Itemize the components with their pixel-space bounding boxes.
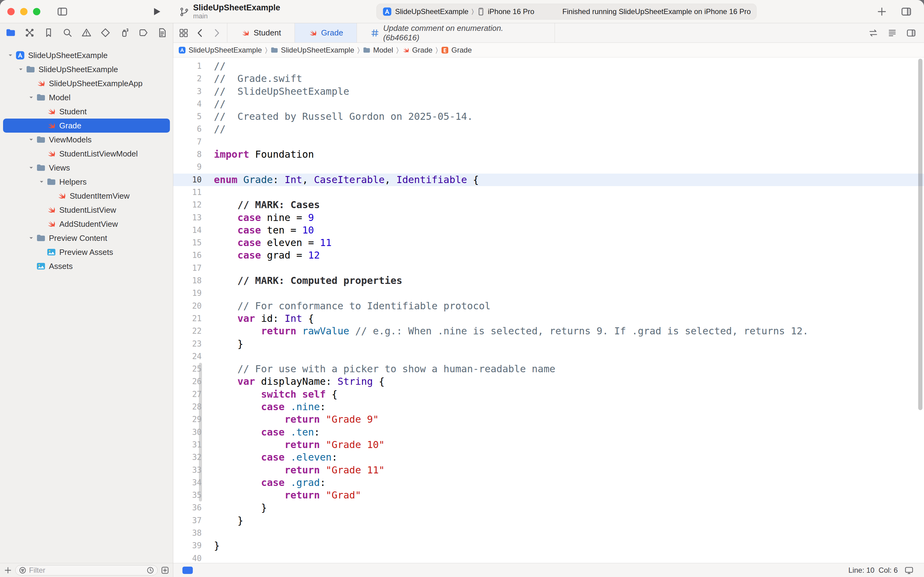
disclosure-toggle[interactable]: [26, 235, 36, 242]
line-number[interactable]: 26: [173, 375, 202, 388]
line-number[interactable]: 40: [173, 552, 202, 563]
sidebar-item-assets[interactable]: Assets: [3, 259, 170, 273]
sidebar-item-student[interactable]: Student: [3, 105, 170, 119]
minimap-icon[interactable]: [887, 28, 897, 38]
line-number[interactable]: 29: [173, 413, 202, 426]
sidebar-item-slideupsheetexample[interactable]: SlideUpSheetExample: [3, 48, 170, 62]
scrollbar-thumb[interactable]: [918, 59, 922, 410]
sidebar-item-slideupsheetexample[interactable]: SlideUpSheetExample: [3, 62, 170, 76]
filter-field[interactable]: [15, 565, 158, 575]
window-title-group[interactable]: SlideUpSheetExample main: [193, 3, 280, 20]
run-button[interactable]: [151, 6, 162, 17]
sidebar-item-slideupsheetexampleapp[interactable]: SlideUpSheetExampleApp: [3, 76, 170, 90]
line-number[interactable]: 2: [173, 73, 202, 85]
breadcrumb-item-slideupsheetexample-0[interactable]: SlideUpSheetExample: [178, 46, 262, 55]
line-number[interactable]: 33: [173, 464, 202, 477]
forward-button[interactable]: [212, 28, 222, 38]
line-number[interactable]: 5: [173, 110, 202, 123]
sidebar-item-studentlistviewmodel[interactable]: StudentListViewModel: [3, 147, 170, 161]
line-number[interactable]: 6: [173, 123, 202, 135]
line-number[interactable]: 14: [173, 224, 202, 237]
add-file-button[interactable]: [161, 566, 169, 575]
line-number[interactable]: 18: [173, 274, 202, 287]
tab-update-comment-on-enumeration-6b46616[interactable]: Update comment on enumeration. (6b46616): [357, 23, 555, 42]
scheme-name[interactable]: SlideUpSheetExample: [395, 7, 468, 16]
debug-navigator-icon[interactable]: [119, 27, 130, 38]
line-number[interactable]: 7: [173, 136, 202, 148]
sidebar-item-studentlistview[interactable]: StudentListView: [3, 203, 170, 217]
project-navigator-icon[interactable]: [5, 27, 16, 38]
disclosure-toggle[interactable]: [26, 136, 36, 143]
disclosure-toggle[interactable]: [26, 94, 36, 101]
disclosure-toggle[interactable]: [37, 179, 47, 185]
line-number[interactable]: 21: [173, 312, 202, 325]
tab-overview-icon[interactable]: [179, 28, 188, 38]
line-number[interactable]: 9: [173, 161, 202, 173]
add-button[interactable]: [876, 6, 887, 17]
line-number[interactable]: 27: [173, 388, 202, 401]
sidebar-item-addstudentview[interactable]: AddStudentView: [3, 217, 170, 231]
disclosure-toggle[interactable]: [16, 66, 26, 73]
find-navigator-icon[interactable]: [62, 27, 73, 38]
add-item-button[interactable]: [4, 566, 12, 575]
line-number[interactable]: 13: [173, 211, 202, 224]
sidebar-item-studentitemview[interactable]: StudentItemView: [3, 189, 170, 203]
source-control-navigator-icon[interactable]: [24, 27, 35, 38]
recent-files-icon[interactable]: [146, 566, 154, 574]
disclosure-toggle[interactable]: [5, 52, 15, 59]
breadcrumb-item-grade-4[interactable]: Grade: [441, 46, 472, 55]
line-number[interactable]: 19: [173, 287, 202, 300]
line-number[interactable]: 34: [173, 477, 202, 489]
sidebar-item-viewmodels[interactable]: ViewModels: [3, 133, 170, 147]
display-icon[interactable]: [905, 566, 914, 575]
sidebar-item-model[interactable]: Model: [3, 90, 170, 105]
tests-navigator-icon[interactable]: [100, 27, 111, 38]
line-number[interactable]: 35: [173, 489, 202, 501]
close-button[interactable]: [7, 8, 14, 15]
line-number[interactable]: 23: [173, 338, 202, 350]
run-destination[interactable]: iPhone 16 Pro: [488, 7, 534, 16]
line-number[interactable]: 1: [173, 60, 202, 73]
sidebar-item-views[interactable]: Views: [3, 161, 170, 175]
disclosure-toggle[interactable]: [26, 164, 36, 171]
line-number[interactable]: 38: [173, 527, 202, 539]
line-number[interactable]: 32: [173, 451, 202, 464]
line-number[interactable]: 31: [173, 438, 202, 451]
line-number[interactable]: 11: [173, 186, 202, 199]
issues-navigator-icon[interactable]: [81, 27, 92, 38]
line-number[interactable]: 24: [173, 350, 202, 363]
line-number[interactable]: 3: [173, 85, 202, 98]
tab-student[interactable]: Student: [227, 23, 295, 42]
sidebar-toggle-button[interactable]: [57, 6, 68, 17]
reports-navigator-icon[interactable]: [157, 27, 167, 38]
filter-input[interactable]: [29, 566, 144, 575]
line-number[interactable]: 15: [173, 237, 202, 249]
source-editor[interactable]: 1//2// Grade.swift3// SlideUpSheetExampl…: [173, 58, 924, 563]
line-number[interactable]: 17: [173, 262, 202, 274]
line-number[interactable]: 30: [173, 426, 202, 438]
sidebar-item-preview-assets[interactable]: Preview Assets: [3, 245, 170, 259]
line-number[interactable]: 39: [173, 539, 202, 552]
breadcrumb-item-grade-3[interactable]: Grade: [402, 46, 433, 55]
line-number[interactable]: 22: [173, 325, 202, 337]
line-number[interactable]: 4: [173, 98, 202, 110]
line-number[interactable]: 10: [173, 174, 202, 186]
back-button[interactable]: [195, 28, 205, 38]
sidebar-item-grade[interactable]: Grade: [3, 119, 170, 133]
debug-area-toggle[interactable]: [182, 567, 193, 574]
line-number[interactable]: 20: [173, 300, 202, 312]
code-editor[interactable]: 1//2// Grade.swift3// SlideUpSheetExampl…: [173, 60, 924, 563]
line-number[interactable]: 25: [173, 363, 202, 375]
line-number[interactable]: 36: [173, 501, 202, 514]
tab-grade[interactable]: Grade: [295, 23, 357, 42]
breakpoints-navigator-icon[interactable]: [138, 27, 148, 38]
line-number[interactable]: 37: [173, 514, 202, 527]
inspector-toggle-icon[interactable]: [906, 28, 916, 38]
line-number[interactable]: 8: [173, 148, 202, 161]
line-number[interactable]: 28: [173, 401, 202, 413]
line-number[interactable]: 12: [173, 199, 202, 211]
sidebar-item-preview-content[interactable]: Preview Content: [3, 231, 170, 245]
zoom-button[interactable]: [33, 8, 40, 15]
line-number[interactable]: 16: [173, 249, 202, 262]
editor-layout-icon[interactable]: [901, 6, 912, 17]
